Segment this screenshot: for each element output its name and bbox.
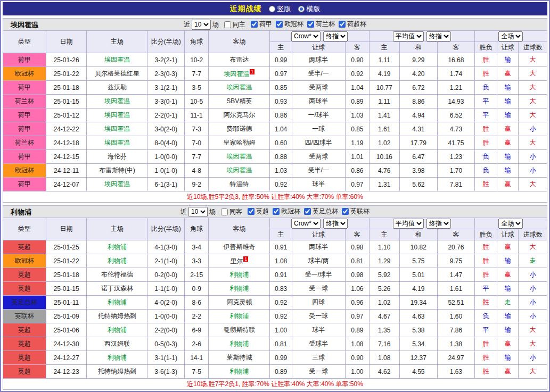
- home-team-cell[interactable]: 埃因霍温: [87, 109, 147, 122]
- team-link[interactable]: 布伦特福德: [101, 271, 133, 278]
- away-team-cell[interactable]: 埃因霍温: [209, 164, 270, 178]
- average-select[interactable]: 平均值: [393, 31, 424, 41]
- away-team-cell[interactable]: 布雷达: [209, 53, 270, 67]
- league-filter-checkbox[interactable]: [342, 208, 349, 215]
- score-cell[interactable]: 8-0(4-0): [147, 136, 185, 150]
- away-team-cell[interactable]: 埃因霍温: [209, 81, 270, 95]
- match-count-select[interactable]: 10: [192, 20, 211, 30]
- score-cell[interactable]: 2-2(0-0): [147, 323, 185, 337]
- score-cell[interactable]: 3-1(1-1): [147, 351, 185, 365]
- away-team-cell[interactable]: 阿克灵顿: [209, 296, 270, 310]
- home-team-cell[interactable]: 西汉姆联: [87, 337, 147, 351]
- team-link[interactable]: 埃因霍温: [104, 111, 130, 119]
- league-filter-欧冠杯[interactable]: 欧冠杯: [276, 20, 303, 29]
- home-team-cell[interactable]: 埃因霍温: [87, 53, 147, 67]
- bookmaker-stage-select[interactable]: 终指: [323, 31, 348, 41]
- team-link[interactable]: 埃因霍温: [104, 56, 130, 63]
- team-link[interactable]: 埃因霍温: [104, 180, 130, 188]
- team-link[interactable]: 埃因霍温: [226, 166, 252, 174]
- team-link[interactable]: 利物浦: [108, 354, 127, 361]
- team-link[interactable]: 兹沃勒: [108, 84, 127, 91]
- home-team-cell[interactable]: 贝尔格莱德红星: [87, 67, 147, 81]
- away-team-cell[interactable]: 里尔1: [209, 254, 270, 268]
- league-filter-checkbox[interactable]: [307, 21, 314, 28]
- team-link[interactable]: 利物浦: [108, 298, 127, 306]
- league-filter-checkbox[interactable]: [273, 208, 280, 215]
- home-team-cell[interactable]: 利物浦: [87, 254, 147, 268]
- layout-option-horizontal[interactable]: 横版: [298, 4, 321, 14]
- team-link[interactable]: 诺丁汉森林: [101, 285, 133, 292]
- away-team-cell[interactable]: 阿尔克马尔: [209, 109, 270, 122]
- score-cell[interactable]: 6-1(3-1): [147, 178, 185, 191]
- match-count-select[interactable]: 10: [188, 207, 208, 217]
- away-team-cell[interactable]: 费耶诺德: [209, 122, 270, 136]
- bookmaker-stage-select[interactable]: 终指: [323, 219, 348, 229]
- team-link[interactable]: 利物浦: [229, 271, 249, 278]
- same-venue-checkbox-input[interactable]: [224, 21, 231, 28]
- team-link[interactable]: 西汉姆联: [104, 340, 130, 347]
- team-link[interactable]: 埃因霍温: [224, 70, 249, 78]
- league-filter-荷超杯[interactable]: 荷超杯: [339, 20, 366, 29]
- away-team-cell[interactable]: 利物浦: [209, 337, 270, 351]
- away-team-cell[interactable]: SBV精英: [209, 95, 270, 109]
- team-link[interactable]: 利物浦: [229, 285, 249, 292]
- league-filter-荷兰杯[interactable]: 荷兰杯: [307, 20, 335, 29]
- home-team-cell[interactable]: 埃因霍温: [87, 122, 147, 136]
- score-cell[interactable]: 1-1(1-0): [147, 282, 185, 296]
- league-filter-英联杯[interactable]: 英联杯: [342, 207, 370, 216]
- away-team-cell[interactable]: 利物浦: [209, 282, 270, 296]
- team-link[interactable]: 托特纳姆热刺: [98, 368, 136, 375]
- team-link[interactable]: 利物浦: [108, 257, 127, 264]
- away-team-cell[interactable]: 皇家哈勒姆: [209, 136, 270, 150]
- home-team-cell[interactable]: 利物浦: [87, 240, 147, 254]
- score-cell[interactable]: 2-3(0-3): [147, 67, 185, 81]
- league-filter-checkbox[interactable]: [276, 21, 283, 28]
- same-venue-checkbox-input[interactable]: [221, 208, 228, 215]
- average-select[interactable]: 平均值: [393, 219, 424, 229]
- score-cell[interactable]: 3-6(1-3): [147, 365, 185, 379]
- league-filter-英足总杯[interactable]: 英足总杯: [304, 207, 338, 216]
- scope-select[interactable]: 全场: [498, 219, 523, 229]
- team-link[interactable]: 利物浦: [229, 312, 249, 320]
- team-link[interactable]: 利物浦: [108, 243, 127, 251]
- bookmaker-select[interactable]: Crow*: [291, 31, 321, 41]
- team-link[interactable]: 埃因霍温: [104, 125, 130, 132]
- league-filter-checkbox[interactable]: [339, 21, 346, 28]
- team-link[interactable]: 利物浦: [229, 340, 249, 347]
- score-cell[interactable]: 3-2(2-1): [147, 53, 185, 67]
- scope-select[interactable]: 全场: [498, 31, 523, 41]
- home-team-cell[interactable]: 诺丁汉森林: [87, 282, 147, 296]
- team-link[interactable]: 伊普斯维奇: [223, 243, 255, 251]
- away-team-cell[interactable]: 特温特: [209, 178, 270, 191]
- score-cell[interactable]: 1-0(1-0): [147, 164, 185, 178]
- home-team-cell[interactable]: 埃因霍温: [87, 95, 147, 109]
- away-team-cell[interactable]: 利物浦: [209, 268, 270, 282]
- home-team-cell[interactable]: 布雷斯特(中): [87, 164, 147, 178]
- radio-icon[interactable]: [269, 6, 275, 12]
- score-cell[interactable]: 3-3(0-1): [147, 95, 185, 109]
- away-team-cell[interactable]: 伊普斯维奇: [209, 240, 270, 254]
- home-team-cell[interactable]: 埃因霍温: [87, 136, 147, 150]
- team-link[interactable]: SBV精英: [226, 97, 252, 105]
- bookmaker-select[interactable]: Crow*: [291, 219, 321, 229]
- home-team-cell[interactable]: 利物浦: [87, 296, 147, 310]
- league-filter-荷甲[interactable]: 荷甲: [251, 20, 272, 29]
- team-link[interactable]: 里尔: [230, 257, 243, 265]
- team-link[interactable]: 曼彻斯特联: [223, 326, 255, 333]
- same-venue-checkbox[interactable]: 同客: [221, 207, 242, 216]
- score-cell[interactable]: 1-0(0-0): [147, 150, 185, 164]
- home-team-cell[interactable]: 海伦芬: [87, 150, 147, 164]
- away-team-cell[interactable]: 利物浦: [209, 310, 270, 323]
- home-team-cell[interactable]: 兹沃勒: [87, 81, 147, 95]
- team-link[interactable]: 皇家哈勒姆: [223, 139, 255, 146]
- league-filter-checkbox[interactable]: [251, 21, 258, 28]
- score-cell[interactable]: 2-1(1-0): [147, 254, 185, 268]
- average-stage-select[interactable]: 终指: [426, 219, 451, 229]
- team-link[interactable]: 费耶诺德: [226, 125, 252, 132]
- score-cell[interactable]: 2-2(0-1): [147, 109, 185, 122]
- team-link[interactable]: 埃因霍温: [226, 84, 252, 91]
- away-team-cell[interactable]: 埃因霍温: [209, 150, 270, 164]
- away-team-cell[interactable]: 曼彻斯特联: [209, 323, 270, 337]
- league-filter-checkbox[interactable]: [304, 208, 311, 215]
- average-stage-select[interactable]: 终指: [426, 31, 451, 41]
